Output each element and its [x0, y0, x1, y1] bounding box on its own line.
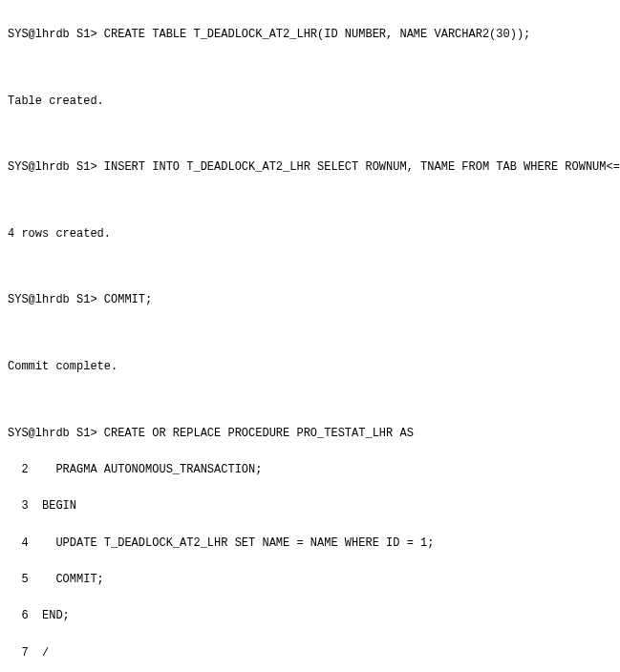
terminal-line	[8, 196, 612, 207]
terminal-line: 4 rows created.	[8, 225, 612, 243]
terminal-line: 6 END;	[8, 607, 612, 625]
terminal-line: 2 PRAGMA AUTONOMOUS_TRANSACTION;	[8, 461, 612, 479]
terminal-line	[8, 262, 612, 273]
terminal-line	[8, 394, 612, 406]
terminal-line	[8, 129, 612, 140]
terminal-line: 5 COMMIT;	[8, 571, 612, 589]
terminal-line: 4 UPDATE T_DEADLOCK_AT2_LHR SET NAME = N…	[8, 535, 612, 553]
terminal-line	[8, 63, 612, 74]
terminal-line: 7 /	[8, 644, 612, 662]
terminal-line: Table created.	[8, 93, 612, 111]
terminal-line: SYS@lhrdb S1> COMMIT;	[8, 291, 612, 309]
terminal-line: SYS@lhrdb S1> CREATE OR REPLACE PROCEDUR…	[8, 425, 612, 443]
terminal-line: SYS@lhrdb S1> INSERT INTO T_DEADLOCK_AT2…	[8, 158, 612, 177]
terminal-line: Commit complete.	[8, 358, 612, 376]
terminal-output[interactable]: SYS@lhrdb S1> CREATE TABLE T_DEADLOCK_AT…	[0, 0, 620, 672]
terminal-line: SYS@lhrdb S1> CREATE TABLE T_DEADLOCK_AT…	[8, 26, 612, 44]
terminal-line: 3 BEGIN	[8, 497, 612, 515]
terminal-line	[8, 328, 612, 340]
